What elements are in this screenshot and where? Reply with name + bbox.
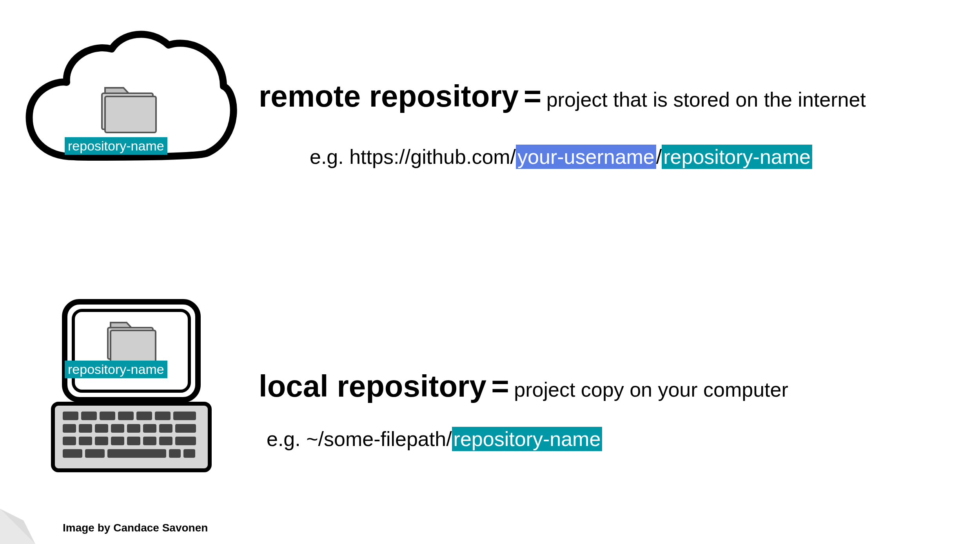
cloud-folder-label: repository-name (65, 137, 167, 155)
remote-repo-placeholder: repository-name (662, 145, 812, 169)
svg-rect-1 (105, 96, 156, 132)
svg-rect-9 (136, 412, 152, 420)
svg-rect-31 (169, 449, 181, 458)
cloud-folder-label-wrap: repository-name (65, 137, 167, 155)
local-definition: project copy on your computer (514, 378, 788, 401)
svg-rect-16 (127, 424, 140, 433)
svg-rect-17 (143, 424, 156, 433)
remote-example: e.g. https://github.com/your-username/re… (310, 145, 812, 169)
laptop-folder-label-wrap: repository-name (65, 361, 167, 378)
svg-rect-10 (155, 412, 171, 420)
svg-rect-27 (175, 437, 196, 445)
svg-rect-15 (111, 424, 124, 433)
laptop-folder-label: repository-name (65, 361, 167, 378)
svg-rect-34 (111, 330, 156, 362)
svg-rect-19 (175, 424, 196, 433)
attribution-text: Image by Candace Savonen (63, 522, 208, 534)
svg-rect-24 (127, 437, 140, 445)
svg-rect-32 (183, 449, 195, 458)
remote-definition: project that is stored on the internet (546, 88, 866, 111)
local-term: local repository (259, 369, 486, 403)
remote-username-placeholder: your-username (516, 145, 656, 169)
page-fold-icon (0, 497, 47, 544)
svg-rect-20 (63, 437, 76, 445)
remote-term: remote repository (259, 79, 519, 113)
remote-separator: / (656, 145, 662, 168)
remote-heading-row: remote repository = project that is stor… (259, 78, 866, 114)
local-heading-row: local repository = project copy on your … (259, 368, 788, 404)
svg-rect-23 (111, 437, 124, 445)
svg-rect-29 (85, 449, 105, 458)
svg-rect-14 (95, 424, 108, 433)
svg-rect-13 (79, 424, 92, 433)
local-example: e.g. ~/some-filepath/repository-name (267, 427, 602, 451)
svg-rect-12 (63, 424, 76, 433)
svg-rect-28 (63, 449, 82, 458)
svg-rect-7 (100, 412, 115, 420)
local-example-prefix: e.g. ~/some-filepath/ (267, 428, 452, 450)
local-equals: = (491, 369, 509, 403)
svg-rect-8 (118, 412, 134, 420)
svg-rect-26 (159, 437, 172, 445)
svg-rect-22 (95, 437, 108, 445)
svg-rect-5 (63, 412, 78, 420)
svg-rect-30 (107, 449, 166, 458)
svg-rect-11 (173, 412, 196, 420)
svg-rect-21 (79, 437, 92, 445)
laptop-icon (49, 298, 214, 474)
remote-equals: = (524, 79, 542, 113)
remote-example-prefix: e.g. https://github.com/ (310, 145, 516, 168)
svg-rect-18 (159, 424, 172, 433)
local-repo-placeholder: repository-name (452, 427, 603, 451)
svg-rect-6 (81, 412, 97, 420)
cloud-icon (20, 27, 239, 184)
svg-rect-25 (143, 437, 156, 445)
